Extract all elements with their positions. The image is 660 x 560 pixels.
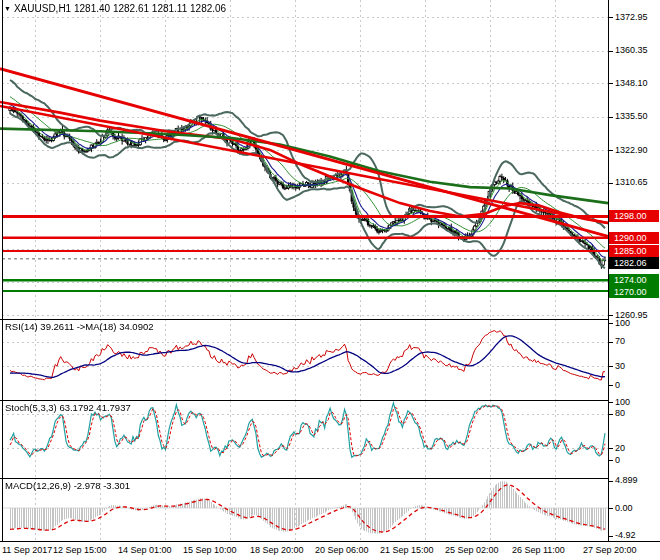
level-price-badge: 1270.00 <box>609 286 659 298</box>
macd-panel[interactable]: MACD(12,26,9) -2.978 -3.301 4.8990.00-4.… <box>0 478 660 541</box>
time-axis-label: 15 Sep 10:00 <box>183 545 237 555</box>
price-scale-tick: 1335.50 <box>615 111 648 121</box>
price-scale-tick: 1360.35 <box>615 45 648 55</box>
stochastic-indicator-label: Stoch(5,3,3) 63.1792 41.7937 <box>5 402 131 413</box>
rsi-indicator-label: RSI(14) 39.2611 ->MA(18) 34.0902 <box>5 321 153 332</box>
time-axis-label: 27 Sep 20:00 <box>583 545 637 555</box>
indicator-scale-tick: 80 <box>615 408 625 418</box>
scale-tick-mark <box>609 536 613 537</box>
scale-tick-mark <box>609 385 613 386</box>
time-axis-label: 12 Sep 15:00 <box>53 545 107 555</box>
stochastic-scale[interactable]: 10080200 <box>609 400 660 478</box>
current-price-badge: 1282.06 <box>609 257 659 269</box>
ohlc-values: 1281.40 1282.61 1281.11 1282.06 <box>74 3 226 14</box>
indicator-scale-tick: 0 <box>615 380 620 390</box>
macd-indicator-label: MACD(12,26,9) -2.978 -3.301 <box>5 480 130 491</box>
scale-tick-mark <box>609 17 613 18</box>
time-axis-label: 25 Sep 02:00 <box>445 545 499 555</box>
scale-tick-mark <box>609 83 613 84</box>
indicator-scale-tick: 100 <box>615 397 630 407</box>
price-scale[interactable]: 1372.951360.351348.101335.501322.901310.… <box>609 0 660 319</box>
chart-header: ▼XAUUSD,H1 1281.40 1282.61 1281.11 1282.… <box>4 3 226 14</box>
indicator-scale-tick: 30 <box>615 361 625 371</box>
price-scale-tick: 1310.65 <box>615 177 648 187</box>
scale-tick-mark <box>609 150 613 151</box>
indicator-scale-tick: 0.00 <box>615 503 633 513</box>
indicator-scale-tick: 0 <box>615 455 620 465</box>
scale-tick-mark <box>609 402 613 403</box>
scale-tick-mark <box>609 460 613 461</box>
scale-tick-mark <box>609 448 613 449</box>
indicator-scale-tick: 100 <box>615 318 630 328</box>
level-price-badge: 1274.00 <box>609 274 659 286</box>
time-axis-label: 14 Sep 01:00 <box>118 545 172 555</box>
time-axis[interactable]: 11 Sep 201712 Sep 15:0014 Sep 01:0015 Se… <box>0 541 660 560</box>
time-axis-label: 18 Sep 20:00 <box>250 545 304 555</box>
macd-scale[interactable]: 4.8990.00-4.92 <box>609 478 660 541</box>
scale-tick-mark <box>609 366 613 367</box>
level-price-badge: 1290.00 <box>609 232 659 244</box>
time-axis-label: 20 Sep 06:00 <box>315 545 369 555</box>
scale-tick-mark <box>609 51 613 52</box>
time-axis-label: 26 Sep 11:00 <box>512 545 565 555</box>
price-scale-tick: 1348.10 <box>615 78 648 88</box>
trading-chart-window: ▼XAUUSD,H1 1281.40 1282.61 1281.11 1282.… <box>0 0 660 560</box>
scale-tick-mark <box>609 342 613 343</box>
time-axis-label: 21 Sep 15:00 <box>380 545 434 555</box>
rsi-scale[interactable]: 10070300 <box>609 319 660 400</box>
price-scale-tick: 1372.95 <box>615 12 648 22</box>
scale-tick-mark <box>609 414 613 415</box>
stochastic-panel[interactable]: Stoch(5,3,3) 63.1792 41.7937 10080200 <box>0 400 660 478</box>
level-price-badge: 1298.00 <box>609 210 659 222</box>
symbol-dropdown-icon[interactable]: ▼ <box>4 5 11 12</box>
symbol-timeframe-label: XAUUSD,H1 <box>14 3 71 14</box>
level-price-badge: 1285.00 <box>609 245 659 257</box>
scale-tick-mark <box>609 183 613 184</box>
scale-tick-mark <box>609 323 613 324</box>
scale-tick-mark <box>609 481 613 482</box>
indicator-scale-tick: 70 <box>615 336 625 346</box>
indicator-scale-tick: 4.899 <box>615 475 638 485</box>
scale-tick-mark <box>609 508 613 509</box>
price-scale-tick: 1322.90 <box>615 145 648 155</box>
scale-tick-mark <box>609 117 613 118</box>
rsi-panel[interactable]: RSI(14) 39.2611 ->MA(18) 34.0902 1007030… <box>0 319 660 400</box>
indicator-scale-tick: -4.92 <box>615 530 636 540</box>
time-axis-label: 11 Sep 2017 <box>2 545 52 555</box>
scale-tick-mark <box>609 315 613 316</box>
indicator-scale-tick: 20 <box>615 443 625 453</box>
price-chart-panel[interactable]: ▼XAUUSD,H1 1281.40 1282.61 1281.11 1282.… <box>0 0 660 319</box>
